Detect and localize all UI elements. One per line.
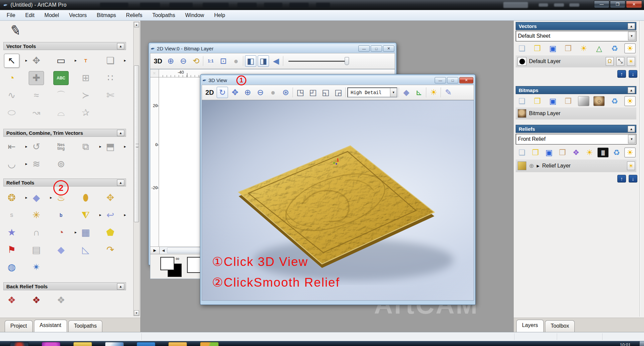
bitmap-image-button[interactable]: ☺: [593, 96, 605, 106]
bitmap-layer-row[interactable]: Bitmap Layer: [516, 107, 636, 119]
wrap-relief-tool[interactable]: ↩ ▸: [103, 207, 127, 224]
menu-item[interactable]: Toolpaths: [152, 12, 175, 18]
layer-colour-swatch[interactable]: [518, 57, 526, 66]
zero-plane-tool[interactable]: ◆ ▸: [29, 189, 53, 207]
dome-relief-tool[interactable]: ⬮ ▸: [78, 189, 103, 207]
menu-item[interactable]: Edit: [25, 12, 35, 18]
scrollbar-thumb[interactable]: [134, 65, 139, 222]
show-desktop-button[interactable]: [639, 341, 644, 346]
offset-relief-tool[interactable]: ⬟ ▸: [103, 224, 127, 241]
relief-layer-row[interactable]: ⊕ ▶ Relief Layer ☀: [516, 159, 636, 172]
layer-visibility-icon[interactable]: ☀: [627, 57, 635, 66]
lock-layer-icon[interactable]: Ω: [606, 57, 614, 66]
unfold-relief-tool[interactable]: ✴ ▸: [29, 259, 53, 276]
new-vector-layer-button[interactable]: ❏: [516, 43, 528, 53]
panel-tab[interactable]: Assistant: [34, 320, 67, 332]
create-polyline-tool[interactable]: ∿ ▸: [4, 87, 29, 104]
primary-colour-swatch[interactable]: [160, 257, 174, 270]
delete-vector-layer-button[interactable]: ♻: [609, 43, 620, 53]
slider-handle[interactable]: [345, 57, 349, 65]
flyout-arrow-icon[interactable]: ▸: [124, 213, 126, 217]
lighting-button[interactable]: ☀: [428, 87, 439, 98]
flyout-arrow-icon[interactable]: ▸: [50, 195, 52, 200]
fluting-tool[interactable]: ≋ ▸: [29, 155, 53, 173]
panel-tab[interactable]: Toolbox: [545, 320, 575, 332]
rotate-view-button[interactable]: ↻: [217, 87, 228, 98]
zoom-in-button[interactable]: ⊕: [242, 87, 253, 98]
taskbar-app-6[interactable]: [168, 342, 187, 346]
flyout-arrow-icon[interactable]: ▸: [25, 144, 27, 149]
zoom-out-button[interactable]: ⊖: [255, 87, 266, 98]
open-relief-layer-button[interactable]: ❐: [530, 147, 541, 157]
menu-item[interactable]: Vectors: [69, 12, 87, 18]
block-copy-tool[interactable]: ⧉ ▸: [78, 138, 103, 155]
create-ring-tool[interactable]: ⬭ ▸: [4, 104, 29, 121]
contrast-slider[interactable]: [285, 55, 352, 67]
collapse-button[interactable]: ▲: [628, 23, 635, 29]
save-relief-layer-button[interactable]: ▣: [543, 147, 555, 157]
menu-item[interactable]: Window: [185, 12, 204, 18]
merge-vector-layer-button[interactable]: ❒: [563, 43, 574, 53]
spiral-tool[interactable]: ⊚ ▸: [53, 155, 78, 173]
flyout-arrow-icon[interactable]: ▸: [99, 144, 101, 149]
vector-sheet-dropdown[interactable]: Default Sheet ▼: [516, 31, 636, 41]
flyout-arrow-icon[interactable]: ▸: [75, 230, 77, 235]
paste-along-curve-tool[interactable]: ✚ ▸: [29, 69, 53, 87]
texture-relief-tool[interactable]: ▦ ▸: [78, 224, 103, 241]
panel-tab[interactable]: Toolpaths: [68, 320, 103, 332]
zoom-fit-page-button[interactable]: ⊡: [218, 55, 229, 67]
text-preview-tool[interactable]: ABC ▸: [53, 69, 78, 87]
sculpt-tool[interactable]: S ▸: [4, 207, 29, 224]
scroll-left-icon[interactable]: ◀: [160, 249, 167, 252]
curve-on-relief-tool[interactable]: ↷ ▸: [103, 241, 127, 259]
align-vectors-tool[interactable]: ⇤ ▸: [4, 138, 29, 155]
switch-to-3d-button[interactable]: 3D: [152, 55, 164, 67]
measure-tool[interactable]: ◔ ▸: [4, 69, 29, 87]
flyout-arrow-icon[interactable]: ▸: [25, 58, 27, 63]
chevron-down-icon[interactable]: ▼: [628, 135, 635, 143]
bridge-relief-tool[interactable]: ∩ ▸: [29, 224, 53, 241]
taskbar-app-7[interactable]: [200, 342, 219, 346]
open-vector-layer-button[interactable]: ❐: [532, 43, 543, 53]
join-vectors-tool[interactable]: ◡ ▸: [4, 155, 29, 173]
flyout-arrow-icon[interactable]: ▸: [124, 58, 126, 63]
layer-visibility-icon[interactable]: ☀: [627, 161, 635, 170]
flyout-arrow-icon[interactable]: ▸: [25, 195, 27, 200]
mesh-creator-tool[interactable]: ◍ ▸: [4, 259, 29, 276]
copy-back-relief-tool[interactable]: ❖ ▸: [53, 292, 78, 309]
switch-to-2d-button[interactable]: 2D: [204, 87, 215, 98]
cage-distort-tool[interactable]: ▤ ▸: [29, 241, 53, 259]
offset-vectors-tool[interactable]: ❏ ▸: [103, 52, 127, 69]
scale-relief-tool[interactable]: ✥ ▸: [103, 189, 127, 207]
combine-mode-icon[interactable]: ⊕: [529, 162, 534, 169]
view-along-x-button[interactable]: ◰: [307, 87, 319, 98]
zoom-extents-button[interactable]: ⊛: [280, 87, 291, 98]
delete-relief-layer-button[interactable]: ♻: [611, 147, 622, 157]
star-wizard-tool[interactable]: ★ ▸: [4, 224, 29, 241]
view-along-y-button[interactable]: ◱: [320, 87, 331, 98]
mirror-back-relief-tool[interactable]: ❖ ▸: [29, 292, 53, 309]
text-on-curve-tool[interactable]: ↺ ▸: [29, 138, 53, 155]
minimize-button[interactable]: —: [358, 45, 370, 52]
zoom-out-button[interactable]: ⊖: [178, 55, 189, 67]
sketch-polyline-tool[interactable]: ≈ ▸: [29, 87, 53, 104]
greyscale-preview-button[interactable]: [578, 96, 589, 106]
menu-item[interactable]: Help: [214, 12, 225, 18]
vector-wand-icon[interactable]: ✎: [9, 22, 23, 39]
separator[interactable]: [283, 56, 284, 66]
flyout-arrow-icon[interactable]: ▸: [75, 58, 77, 63]
collapse-button[interactable]: ▲: [628, 87, 635, 93]
3d-view-title-bar[interactable]: ✒ 3D View 1 — □ ✕: [202, 76, 474, 85]
restore-button[interactable]: ❐: [610, 1, 625, 8]
snap-layer-icon[interactable]: ⤡: [616, 57, 624, 66]
view-along-z-button[interactable]: ◲: [333, 87, 344, 98]
draw-origin-button[interactable]: ⊾: [413, 87, 425, 98]
close-button[interactable]: ✕: [626, 1, 642, 8]
weave-wizard-tool[interactable]: ✳ ▸: [29, 207, 53, 224]
collapse-button[interactable]: ▲: [628, 126, 635, 132]
link-colours-icon[interactable]: ∞: [176, 256, 179, 261]
flyout-arrow-icon[interactable]: ▸: [124, 144, 126, 149]
scroll-down-icon[interactable]: ▼: [134, 310, 139, 316]
ruler-corner[interactable]: ⁙: [150, 69, 159, 77]
zoom-object-button[interactable]: ●: [230, 55, 242, 67]
